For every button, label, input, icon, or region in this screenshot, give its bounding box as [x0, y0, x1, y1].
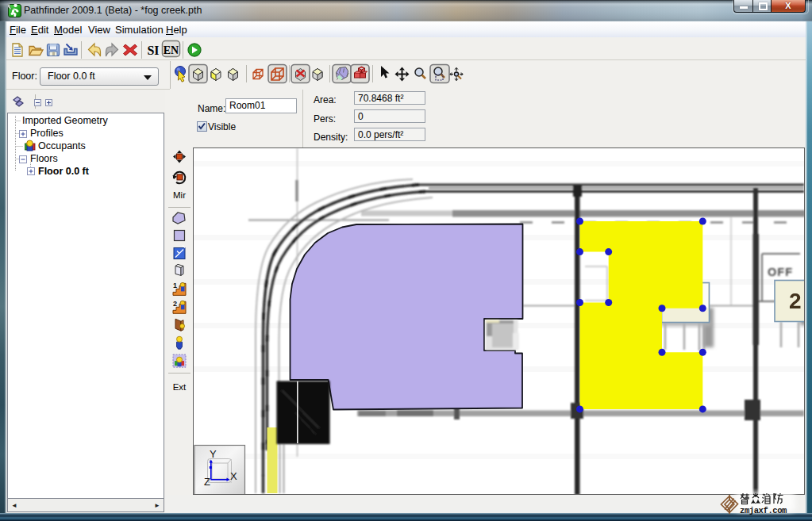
- svg-text:zmjaxf.com: zmjaxf.com: [740, 506, 787, 515]
- svg-text:2: 2: [173, 300, 177, 308]
- svg-text:OFF: OFF: [768, 266, 793, 278]
- svg-text:1: 1: [173, 282, 177, 289]
- svg-text:Z: Z: [204, 476, 210, 488]
- svg-text:Y: Y: [210, 448, 217, 460]
- svg-text:SI: SI: [147, 44, 159, 57]
- svg-text:Mir: Mir: [173, 190, 186, 200]
- svg-text:EN: EN: [164, 44, 179, 56]
- svg-text:Ext: Ext: [173, 382, 187, 392]
- svg-text:X: X: [230, 470, 237, 482]
- svg-text:2: 2: [789, 289, 802, 313]
